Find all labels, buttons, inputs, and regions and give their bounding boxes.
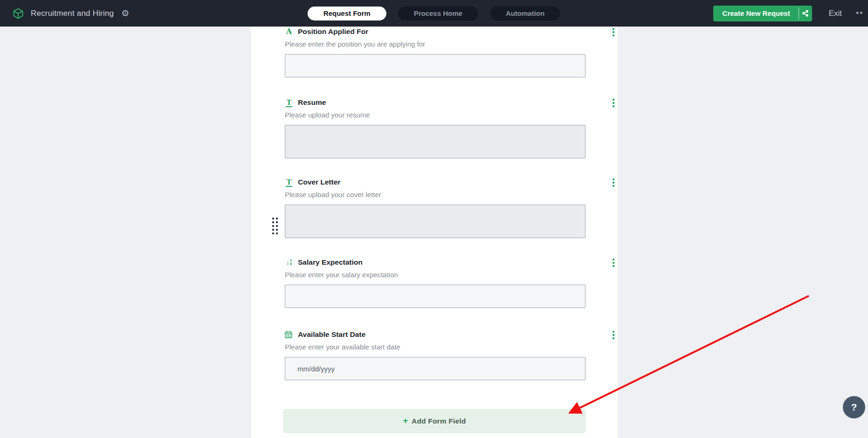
gear-icon[interactable]: ⚙ (121, 8, 129, 19)
field-helper-text: Please upload your resume (285, 111, 586, 119)
field-menu-kebab-icon[interactable] (612, 330, 615, 340)
field-menu-kebab-icon[interactable] (612, 98, 615, 108)
field-header: T Resume (285, 97, 586, 108)
sort-numeric-icon: ↓ 1 9 (285, 259, 293, 266)
drag-handle-icon[interactable] (272, 218, 279, 237)
position-applied-for-input[interactable] (285, 54, 586, 77)
resume-textarea[interactable] (285, 125, 586, 158)
field-menu-kebab-icon[interactable] (612, 178, 615, 188)
field-header: T Cover Letter (285, 177, 586, 187)
field-menu-kebab-icon[interactable] (612, 258, 615, 268)
add-form-field-label: Add Form Field (412, 417, 466, 425)
process-title: Recruitment and Hiring (31, 9, 114, 18)
field-label: Resume (298, 98, 326, 107)
textarea-icon: T (285, 178, 293, 187)
field-header: ↓ 1 9 Salary Expectation (285, 257, 586, 267)
add-form-field-button[interactable]: + Add Form Field (283, 409, 586, 433)
create-new-request-button[interactable]: Create New Request (713, 6, 812, 21)
field-label: Available Start Date (298, 330, 365, 339)
field-helper-text: Please enter your salary expectation (285, 271, 586, 279)
form-field-resume: T Resume Please upload your resume (285, 97, 586, 158)
field-label: Position Applied For (298, 27, 368, 36)
create-new-request-label: Create New Request (713, 6, 799, 21)
form-builder-canvas: A Position Applied For Please enter the … (250, 27, 619, 438)
form-field-cover-letter: T Cover Letter Please upload your cover … (285, 177, 586, 238)
more-options-icon[interactable]: •• (856, 8, 868, 18)
tab-automation[interactable]: Automation (490, 7, 560, 21)
field-menu-kebab-icon[interactable] (612, 27, 615, 37)
exit-button[interactable]: Exit (829, 9, 842, 18)
available-start-date-input[interactable] (285, 357, 586, 380)
share-icon[interactable] (799, 6, 812, 21)
form-field-salary-expectation: ↓ 1 9 Salary Expectation Please enter yo… (285, 257, 586, 308)
topbar: Recruitment and Hiring ⚙ Request Form Pr… (0, 0, 868, 27)
field-header: Available Start Date (285, 329, 586, 340)
field-label: Cover Letter (298, 178, 340, 186)
tab-process-home[interactable]: Process Home (398, 7, 478, 21)
field-helper-text: Please enter your available start date (285, 343, 586, 351)
field-label: Salary Expectation (298, 258, 363, 267)
field-helper-text: Please enter the position you are applyi… (285, 40, 586, 48)
text-field-icon: A (285, 27, 293, 36)
form-field-available-start-date: Available Start Date Please enter your a… (285, 329, 586, 380)
cover-letter-textarea[interactable] (285, 205, 586, 238)
tab-request-form[interactable]: Request Form (308, 7, 386, 21)
calendar-icon (285, 331, 293, 338)
topbar-tabs: Request Form Process Home Automation (308, 7, 560, 21)
salary-expectation-input[interactable] (285, 285, 586, 308)
help-button[interactable]: ? (843, 396, 865, 418)
field-helper-text: Please upload your cover letter (285, 191, 586, 198)
textarea-icon: T (285, 98, 293, 107)
field-header: A Position Applied For (285, 27, 586, 37)
plus-icon: + (403, 416, 408, 426)
form-field-position-applied-for: A Position Applied For Please enter the … (285, 27, 586, 77)
topbar-left: Recruitment and Hiring ⚙ (0, 7, 129, 20)
cube-logo-icon[interactable] (12, 7, 24, 20)
topbar-right: Create New Request Exit •• (713, 0, 868, 27)
